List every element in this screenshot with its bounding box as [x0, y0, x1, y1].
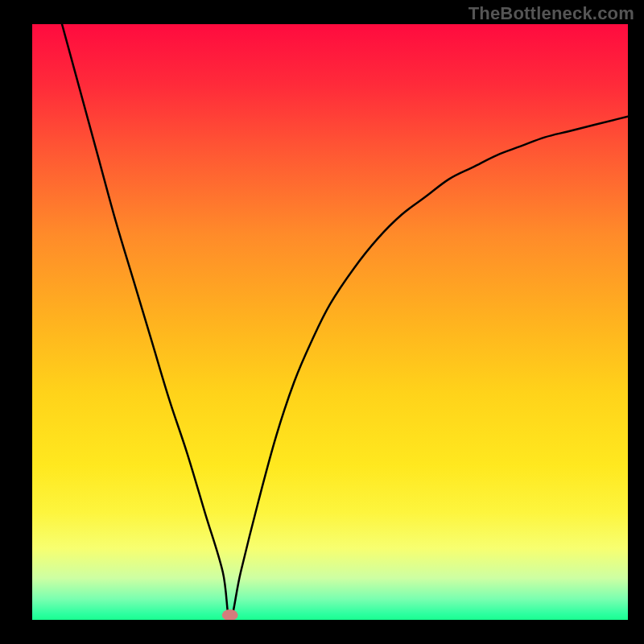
bottleneck-chart-svg — [32, 24, 628, 620]
watermark-label: TheBottleneck.com — [469, 3, 634, 24]
plot-area — [32, 24, 628, 620]
chart-frame: TheBottleneck.com — [0, 0, 644, 644]
gradient-background — [32, 24, 628, 620]
